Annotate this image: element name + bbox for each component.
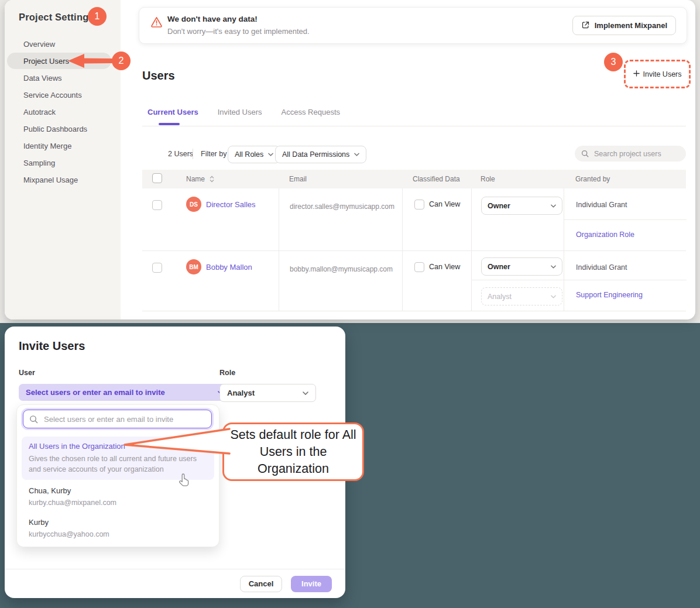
active-tab-underline (159, 123, 180, 125)
row-select-cell (142, 251, 186, 311)
sidebar-item-sampling[interactable]: Sampling (23, 159, 55, 168)
role-value: Analyst (488, 293, 512, 301)
sidebar-item-autotrack[interactable]: Autotrack (23, 108, 56, 117)
table-row: BM Bobby Mallon bobby.mallon@mymusicapp.… (142, 251, 686, 311)
row-checkbox[interactable] (152, 200, 162, 210)
option-email: kurby.chua@mixpanel.com (29, 497, 204, 508)
role-value: Owner (488, 263, 510, 271)
user-name-link[interactable]: Director Salles (206, 200, 256, 209)
user-dropdown-panel: All Users in the Organization Gives the … (16, 404, 219, 547)
name-cell: BM Bobby Mallon (186, 251, 279, 311)
user-select-value: Select users or enter an email to invite (26, 388, 165, 397)
callout-bubble: Sets default role for All Users in the O… (222, 422, 364, 481)
email-cell: bobby.mallon@mymusicapp.com (279, 251, 402, 311)
sort-icon (210, 176, 214, 183)
classified-data-cell: Can View (402, 251, 471, 311)
step-2-badge: 2 (112, 51, 131, 70)
name-cell: DS Director Salles (186, 188, 279, 250)
sidebar-title: Project Settings (19, 12, 94, 23)
dropdown-search[interactable] (23, 410, 212, 428)
all-roles-label: All Roles (235, 150, 263, 159)
invite-users-button[interactable]: Invite Users (624, 60, 691, 88)
can-view-checkbox[interactable] (414, 262, 424, 272)
email-cell: director.salles@mymusicapp.com (279, 188, 402, 250)
plus-icon (633, 70, 640, 78)
chevron-down-icon (268, 153, 273, 156)
tab-current-users[interactable]: Current Users (147, 108, 198, 116)
sidebar-item-public-dashboards[interactable]: Public Dashboards (23, 125, 87, 134)
user-name-link[interactable]: Bobby Mallon (206, 263, 252, 272)
table-header-row: Name Email Classified Data Role Granted … (142, 170, 686, 188)
search-project-users-input[interactable] (593, 149, 665, 159)
step-2-arrow-icon (67, 53, 114, 69)
all-roles-filter[interactable]: All Roles (228, 146, 280, 163)
header-granted-by: Granted by (564, 175, 686, 183)
sidebar-item-mixpanel-usage[interactable]: Mixpanel Usage (23, 176, 78, 185)
header-name-label: Name (186, 175, 205, 183)
invite-button[interactable]: Invite (291, 576, 332, 592)
project-settings-panel: Project Settings Overview Project Users … (5, 0, 695, 320)
sidebar-item-service-accounts[interactable]: Service Accounts (23, 91, 82, 100)
external-link-icon (581, 20, 590, 31)
cell-divider (564, 280, 687, 280)
filter-divider (193, 149, 193, 159)
cell-divider (564, 219, 687, 220)
search-icon (581, 150, 589, 157)
dialog-footer: Cancel Invite (5, 569, 345, 598)
option-title: Kurby (29, 518, 204, 527)
sidebar-item-project-users[interactable]: Project Users (23, 57, 69, 66)
granted-by-link[interactable]: Support Engineering (576, 291, 643, 299)
row-checkbox[interactable] (152, 263, 162, 273)
all-data-permissions-label: All Data Permissions (282, 150, 349, 159)
classified-data-cell: Can View (402, 188, 471, 250)
filter-row: 2 Users Filter by All Roles All Data Per… (142, 146, 686, 162)
option-user[interactable]: Kurby kurbycchua@yahoo.com (29, 518, 204, 540)
sidebar-item-identity-merge[interactable]: Identity Merge (23, 142, 71, 151)
dropdown-search-input[interactable] (43, 414, 191, 424)
user-select[interactable]: Select users or enter an email to invite (19, 384, 231, 401)
role-cell: Owner Analyst (471, 251, 564, 311)
all-data-permissions-filter[interactable]: All Data Permissions (275, 146, 366, 163)
banner-title: We don't have any data! (167, 15, 258, 23)
row-select-cell (142, 188, 186, 250)
banner-subtitle: Don't worry—it's easy to get implemented… (167, 27, 310, 36)
warning-icon (150, 16, 163, 30)
can-view-label: Can View (429, 263, 460, 271)
cancel-button[interactable]: Cancel (240, 576, 282, 592)
option-email: kurbycchua@yahoo.com (29, 529, 204, 540)
role-select[interactable]: Analyst (219, 384, 316, 402)
tab-access-requests[interactable]: Access Requests (282, 108, 340, 116)
header-classified-data: Classified Data (402, 175, 471, 183)
granted-by-link[interactable]: Organization Role (576, 231, 634, 239)
option-description: Gives the chosen role to all current and… (29, 454, 204, 475)
option-all-users[interactable]: All Users in the Organization Gives the … (22, 437, 214, 480)
users-tabs: Current Users Invited Users Access Reque… (147, 108, 340, 116)
implement-mixpanel-button[interactable]: Implement Mixpanel (572, 16, 676, 35)
granted-by-cell: Individual Grant Support Engineering (564, 251, 686, 311)
granted-by-cell: Individual Grant Organization Role (564, 188, 686, 250)
header-role: Role (471, 175, 564, 183)
users-table: Name Email Classified Data Role Granted … (142, 170, 686, 311)
can-view-label: Can View (429, 200, 460, 208)
header-name[interactable]: Name (186, 175, 279, 183)
sidebar: Project Settings Overview Project Users … (5, 0, 121, 320)
sidebar-item-overview[interactable]: Overview (23, 40, 55, 49)
role-select-value: Analyst (227, 389, 255, 397)
search-project-users[interactable] (575, 146, 686, 162)
email-text: bobby.mallon@mymusicapp.com (290, 265, 393, 273)
role-select[interactable]: Owner (481, 197, 562, 215)
option-user[interactable]: Chua, Kurby kurby.chua@mixpanel.com (29, 486, 204, 508)
role-select[interactable]: Owner (481, 257, 562, 276)
implement-mixpanel-label: Implement Mixpanel (595, 21, 667, 30)
tab-invited-users[interactable]: Invited Users (218, 108, 262, 116)
chevron-down-icon (354, 153, 359, 156)
granted-by-text: Individual Grant (576, 201, 627, 209)
no-data-banner: We don't have any data! Don't worry—it's… (139, 7, 687, 44)
can-view-checkbox[interactable] (414, 200, 424, 209)
select-all-checkbox[interactable] (152, 173, 162, 183)
avatar: BM (186, 259, 201, 274)
sidebar-item-data-views[interactable]: Data Views (23, 74, 62, 83)
tabs-divider (142, 126, 686, 126)
role-value: Owner (488, 202, 510, 210)
granted-by-text: Individual Grant (576, 263, 627, 272)
